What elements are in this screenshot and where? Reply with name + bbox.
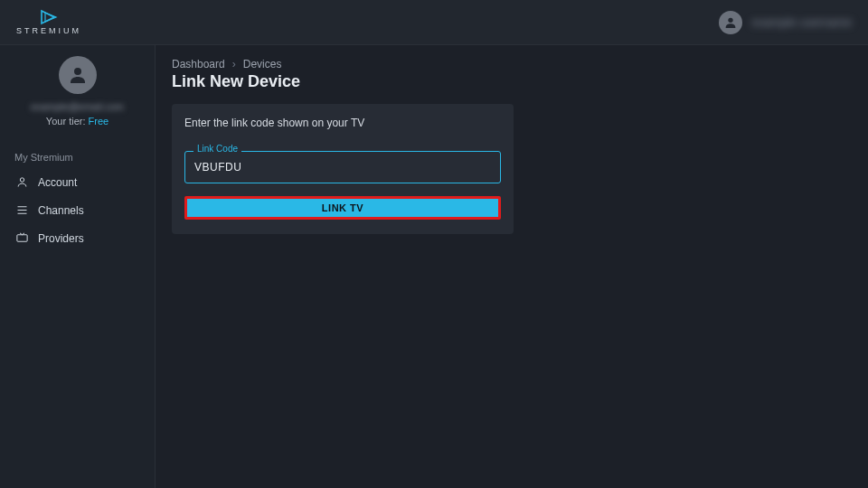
sidebar-item-label: Channels xyxy=(38,204,84,217)
link-code-input[interactable] xyxy=(184,151,501,183)
topbar-user[interactable]: example username xyxy=(719,11,852,34)
sidebar-item-providers[interactable]: Providers xyxy=(0,224,155,252)
sidebar-item-account[interactable]: Account xyxy=(0,168,155,196)
sidebar: example@email.com Your tier: Free My Str… xyxy=(0,45,156,488)
breadcrumb: Dashboard › Devices xyxy=(172,58,852,70)
tier-value[interactable]: Free xyxy=(89,116,109,127)
user-avatar-icon xyxy=(719,11,742,34)
sidebar-email: example@email.com xyxy=(7,101,147,112)
card-instruction: Enter the link code shown on your TV xyxy=(184,117,501,129)
tv-icon xyxy=(14,231,29,245)
main-content: Dashboard › Devices Link New Device Ente… xyxy=(156,45,868,488)
breadcrumb-devices[interactable]: Devices xyxy=(243,58,282,70)
brand-name: STREMIUM xyxy=(16,26,81,35)
svg-point-1 xyxy=(74,68,81,75)
sidebar-avatar xyxy=(59,56,97,94)
topbar: STREMIUM example username xyxy=(0,0,868,45)
brand-logo[interactable]: STREMIUM xyxy=(16,9,81,35)
chevron-right-icon: › xyxy=(232,58,236,70)
tier-label: Your tier: xyxy=(46,116,89,127)
list-icon xyxy=(14,203,29,217)
sidebar-item-label: Providers xyxy=(38,232,84,245)
sidebar-tier: Your tier: Free xyxy=(0,116,155,127)
person-icon xyxy=(14,175,29,189)
link-tv-button[interactable]: LINK TV xyxy=(184,196,501,220)
breadcrumb-dashboard[interactable]: Dashboard xyxy=(172,58,225,70)
link-code-label: Link Code xyxy=(193,144,241,154)
sidebar-heading: My Stremium xyxy=(0,145,155,168)
svg-point-2 xyxy=(20,178,24,182)
topbar-user-name: example username xyxy=(751,15,852,29)
page-title: Link New Device xyxy=(172,72,852,91)
play-logo-icon xyxy=(39,9,59,25)
svg-point-0 xyxy=(729,17,733,22)
link-device-card: Enter the link code shown on your TV Lin… xyxy=(172,104,514,234)
svg-rect-6 xyxy=(16,235,26,242)
sidebar-item-channels[interactable]: Channels xyxy=(0,196,155,224)
link-code-field: Link Code xyxy=(184,151,501,183)
sidebar-item-label: Account xyxy=(38,176,77,189)
